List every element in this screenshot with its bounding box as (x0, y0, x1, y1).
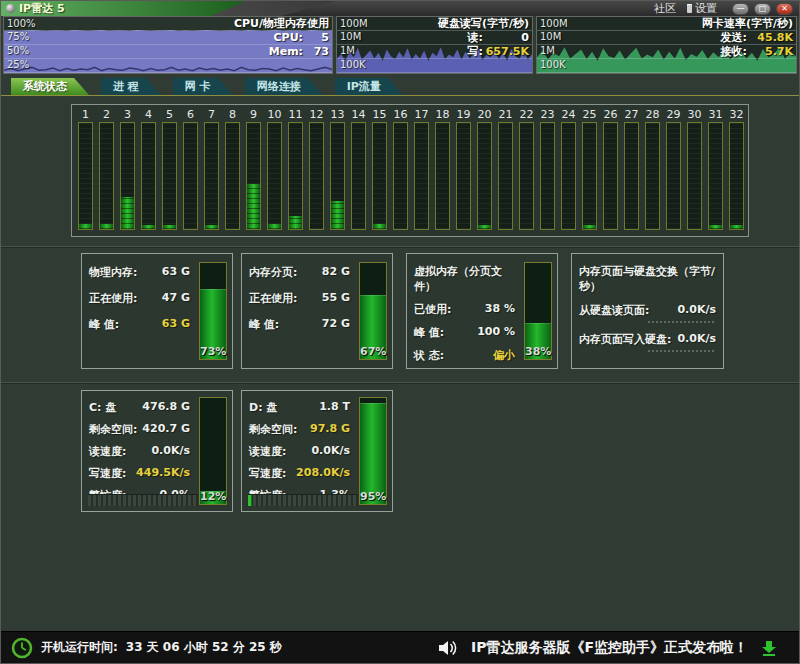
virtual-memory-panel: 虚拟内存（分页文件） 已使用:38 % 峰 值:100 % 状 态:偏小 38% (406, 253, 558, 369)
disk-read-label: 读: (468, 31, 483, 45)
mem-value: 73 (303, 45, 329, 59)
bar-percent-label: 73% (200, 345, 226, 358)
cpu-core-column: 31 (705, 107, 726, 236)
net-send-value: 45.8K (747, 31, 793, 45)
bar-fill (360, 403, 386, 504)
cpu-core-fill (373, 224, 386, 229)
cpu-core-number: 14 (352, 107, 366, 122)
cpu-value: 5 (303, 31, 329, 45)
tab-processes[interactable]: 进 程 (101, 78, 161, 95)
cpu-core-number: 28 (646, 107, 660, 122)
graph-title: 网卡速率(字节/秒) (702, 17, 793, 31)
cpu-core-fill (331, 201, 344, 229)
uptime-clock-icon (11, 637, 33, 659)
bar-percent-label: 38% (525, 345, 551, 358)
row-label: 写速度: (89, 466, 126, 481)
cpu-core-bar (561, 122, 576, 230)
cpu-core-fill (268, 224, 281, 229)
cpu-core-number: 16 (394, 107, 408, 122)
disk-c-usage-bar: 12% (199, 397, 227, 505)
separator (1, 382, 799, 383)
scale-label-100k: 100K (340, 58, 366, 71)
row-value: 0.0K/s (311, 444, 350, 459)
cpu-core-fill (142, 225, 155, 229)
cpu-core-number: 10 (268, 107, 282, 122)
cpu-core-number: 11 (289, 107, 303, 122)
network-graph-info: 网卡速率(字节/秒) 发送:45.8K 接收:5.7K (702, 17, 793, 59)
download-icon[interactable] (761, 640, 777, 656)
row-value: 63 G (162, 265, 190, 280)
scale-label-75: 75% (7, 30, 29, 43)
row-value: 1.8 T (319, 400, 350, 415)
row-label: 峰 值: (249, 317, 279, 332)
cpu-core-number: 29 (667, 107, 681, 122)
settings-menu-item[interactable]: 设置 (687, 1, 717, 16)
cpu-core-number: 31 (709, 107, 723, 122)
community-menu-item[interactable]: 社区 (654, 1, 676, 16)
cpu-core-bar (603, 122, 618, 230)
cpu-core-bar (393, 122, 408, 230)
cpu-core-bar (456, 122, 471, 230)
minimize-button[interactable]: — (732, 3, 749, 15)
cpu-core-column: 6 (180, 107, 201, 236)
cpu-core-column: 3 (117, 107, 138, 236)
uptime-value: 33 天 06 小时 52 分 25 秒 (126, 639, 282, 656)
cpu-core-column: 4 (138, 107, 159, 236)
row-value: 55 G (322, 291, 350, 306)
cpu-core-column: 13 (327, 107, 348, 236)
uptime-label: 开机运行时间: (41, 639, 118, 656)
tab-ip-traffic[interactable]: IP流量 (335, 78, 403, 95)
cpu-core-bar (624, 122, 639, 230)
row-label: 读速度: (89, 444, 126, 459)
row-label: D: 盘 (249, 400, 277, 415)
cpu-core-column: 12 (306, 107, 327, 236)
cpu-core-column: 1 (75, 107, 96, 236)
row-value: 97.8 G (310, 422, 350, 437)
cpu-core-bar (120, 122, 135, 230)
tab-system-status[interactable]: 系统状态 (11, 78, 89, 95)
row-label: 物理内存: (89, 265, 137, 280)
row-value: 449.5K/s (136, 466, 190, 481)
net-send-label: 发送: (721, 31, 747, 45)
row-value: 72 G (322, 317, 350, 332)
app-title: IP雷达 5 (19, 1, 65, 16)
scale-label-100m: 100M (540, 17, 568, 30)
mem-label: Mem: (269, 45, 303, 59)
cpu-core-number: 22 (520, 107, 534, 122)
row-label: 从硬盘读页面: (579, 303, 649, 318)
cpu-core-bar (141, 122, 156, 230)
row-label: 峰 值: (414, 325, 444, 340)
cpu-core-number: 12 (310, 107, 324, 122)
cpu-core-bar (246, 122, 261, 230)
busy-fill (248, 495, 252, 506)
close-button[interactable]: ✕ (776, 3, 793, 15)
row-label: 正在使用: (249, 291, 297, 306)
cpu-core-fill (121, 197, 134, 229)
row-value: 0.0K/s (677, 303, 716, 318)
cpu-core-number: 21 (499, 107, 513, 122)
cpu-core-column: 25 (579, 107, 600, 236)
cpu-core-bar (414, 122, 429, 230)
cpu-core-column: 17 (411, 107, 432, 236)
row-label: 内存页面写入硬盘: (579, 332, 671, 347)
dotted-meter (648, 321, 714, 323)
row-label: 剩余空间: (89, 422, 137, 437)
scale-label-100: 100% (7, 17, 36, 30)
tab-network-connections[interactable]: 网络连接 (245, 78, 323, 95)
cpu-core-bar (288, 122, 303, 230)
row-value: 偏小 (493, 348, 515, 363)
disk-d-usage-bar: 95% (359, 397, 387, 505)
cpu-core-bar (477, 122, 492, 230)
cpu-core-number: 5 (166, 107, 173, 122)
cpu-core-number: 23 (541, 107, 555, 122)
tab-network-card[interactable]: 网 卡 (173, 78, 233, 95)
disk-busy-meter (88, 494, 198, 506)
maximize-button[interactable]: □ (754, 3, 771, 15)
row-value: 476.8 G (142, 400, 190, 415)
cpu-core-bar (582, 122, 597, 230)
cpu-core-column: 26 (600, 107, 621, 236)
network-speed-graph: 100M 10M 1M 100K 网卡速率(字节/秒) 发送:45.8K 接收:… (536, 16, 797, 74)
scale-label-10m: 10M (340, 30, 361, 43)
cpu-core-bar (78, 122, 93, 230)
top-graphs: 100% 75% 50% 25% CPU/物理内存使用 CPU:5 Mem:73… (1, 16, 799, 74)
